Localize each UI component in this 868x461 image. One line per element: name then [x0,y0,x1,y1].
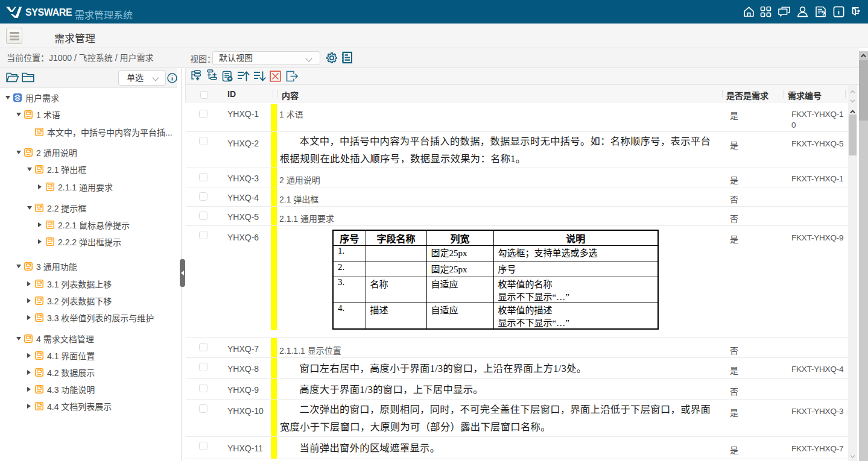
svg-text:?: ? [822,10,825,17]
